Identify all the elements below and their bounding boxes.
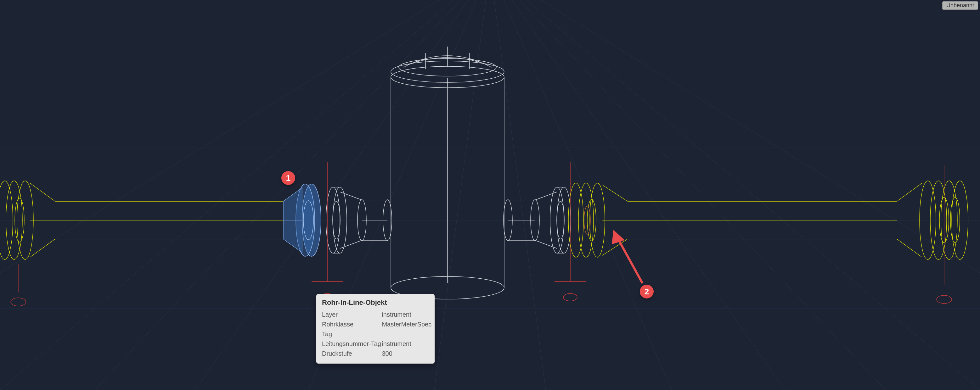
tab-unbenannt[interactable]: Unbenannt	[942, 1, 978, 10]
tooltip-key: Druckstufe	[322, 350, 382, 357]
svg-line-5	[490, 0, 546, 390]
svg-line-77	[602, 185, 628, 201]
svg-line-65	[30, 183, 55, 201]
svg-point-91	[937, 295, 952, 303]
tooltip-row: Rohrklasse MasterMeterSpec	[322, 320, 429, 329]
svg-line-8	[490, 0, 886, 390]
svg-point-71	[11, 298, 26, 306]
callout-badge-1: 1	[282, 171, 295, 185]
property-tooltip: Rohr-In-Line-Objekt Layer instrument Roh…	[316, 294, 434, 363]
tooltip-title: Rohr-In-Line-Objekt	[322, 298, 429, 307]
tooltip-value	[382, 331, 429, 338]
grid-lines	[0, 0, 980, 390]
left-pipe[interactable]	[0, 181, 283, 306]
tooltip-key: Rohrklasse	[322, 321, 382, 328]
right-end-flange[interactable]	[897, 165, 968, 303]
svg-line-9	[490, 0, 980, 390]
viewport[interactable]	[0, 0, 980, 390]
tooltip-value: instrument	[382, 311, 429, 318]
callout-badge-2: 2	[640, 285, 654, 298]
tooltip-value: 300	[382, 350, 429, 357]
instrument-body[interactable]	[312, 46, 586, 301]
selected-gasket[interactable]	[283, 184, 321, 256]
svg-line-31	[340, 192, 362, 200]
svg-line-11	[490, 0, 980, 390]
tab-label: Unbenannt	[946, 2, 974, 8]
svg-marker-93	[613, 232, 622, 243]
svg-line-82	[897, 183, 922, 201]
tooltip-key: Tag	[322, 331, 382, 338]
callout-arrow-2	[613, 232, 642, 282]
svg-line-66	[30, 239, 55, 257]
tooltip-row: Druckstufe 300	[322, 349, 429, 358]
svg-line-32	[340, 240, 362, 249]
tooltip-value: instrument	[382, 340, 429, 347]
right-inner-pipe[interactable]	[568, 183, 897, 257]
svg-point-55	[563, 293, 577, 301]
svg-line-39	[535, 240, 557, 249]
tooltip-row: Leitungsnummer-Tag instrument	[322, 339, 429, 349]
svg-line-38	[535, 192, 557, 200]
tooltip-key: Layer	[322, 311, 382, 318]
tooltip-key: Leitungsnummer-Tag	[322, 340, 382, 347]
tooltip-row: Tag	[322, 329, 429, 339]
svg-line-83	[897, 239, 922, 257]
svg-line-7	[490, 0, 785, 390]
tooltip-row: Layer instrument	[322, 310, 429, 320]
tooltip-value: MasterMeterSpec	[382, 321, 431, 328]
svg-line-6	[490, 0, 671, 390]
